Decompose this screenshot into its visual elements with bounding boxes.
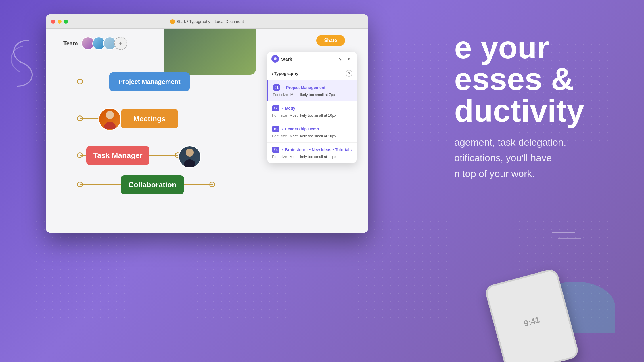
profile-task bbox=[178, 145, 201, 168]
subtext: agement, task delegation, otifications, … bbox=[454, 134, 627, 181]
typo-key-3: Font size bbox=[272, 134, 287, 138]
typo-val-1: Most likely too small at 7px bbox=[290, 93, 335, 97]
typography-item-2[interactable]: #2 › Body Font size Most likely too smal… bbox=[267, 101, 356, 122]
add-avatar-button[interactable]: + bbox=[114, 37, 127, 50]
team-label: Team bbox=[63, 40, 78, 47]
typography-list: #1 › Project Management Font size Most l… bbox=[267, 80, 356, 163]
title-bar: Stark / Typography – Local Document bbox=[46, 14, 368, 29]
typo-num-2: #2 bbox=[272, 105, 279, 111]
typo-val-3: Most likely too small at 10px bbox=[290, 134, 336, 138]
typo-name-2: Body bbox=[285, 106, 295, 111]
deco-lines bbox=[552, 230, 586, 253]
typo-name-1: Project Management bbox=[286, 85, 325, 90]
typography-item-3[interactable]: #3 › Leadership Demo Font size Most like… bbox=[267, 122, 356, 143]
phone-mockup: 9:41 bbox=[494, 276, 569, 362]
typo-num-1: #1 bbox=[273, 84, 280, 91]
swirl-decoration bbox=[6, 34, 40, 92]
mindmap: Project Management Meetings Task Manager… bbox=[63, 60, 264, 221]
typo-name-4: Brainstorm: • New Ideas • Tutorials bbox=[285, 147, 352, 152]
minimize-panel-button[interactable]: ⤡ bbox=[336, 55, 343, 62]
typo-key-4: Font size bbox=[272, 155, 287, 159]
stark-panel-header: ‹ Typography ? bbox=[267, 66, 356, 80]
node-meetings[interactable]: Meetings bbox=[121, 109, 178, 128]
macos-window: Stark / Typography – Local Document Team… bbox=[46, 14, 368, 233]
phone-body: 9:41 bbox=[484, 268, 580, 362]
close-panel-button[interactable]: ✕ bbox=[346, 55, 352, 62]
typo-num-3: #3 bbox=[272, 126, 279, 132]
close-window-button[interactable] bbox=[51, 20, 55, 24]
minimize-window-button[interactable] bbox=[57, 20, 62, 24]
node-task[interactable]: Task Manager bbox=[86, 146, 150, 165]
typography-item-4[interactable]: #4 › Brainstorm: • New Ideas • Tutorials… bbox=[267, 143, 356, 163]
stark-titlebar: Stark ⤡ ✕ bbox=[267, 52, 356, 66]
window-controls bbox=[51, 20, 68, 24]
typo-key-2: Font size bbox=[272, 113, 287, 118]
svg-point-9 bbox=[106, 111, 114, 119]
dot-6 bbox=[209, 182, 215, 187]
share-button[interactable]: Share bbox=[316, 35, 345, 46]
typo-chevron-1: › bbox=[283, 86, 284, 90]
typo-key-1: Font size bbox=[273, 93, 288, 97]
window-title: Stark / Typography – Local Document bbox=[170, 19, 244, 24]
stark-logo-icon bbox=[271, 55, 279, 63]
node-project[interactable]: Project Management bbox=[109, 72, 190, 91]
stark-logo-text: Stark bbox=[281, 57, 292, 61]
dot-1 bbox=[77, 79, 83, 84]
typo-chevron-3: › bbox=[282, 127, 283, 131]
node-collab[interactable]: Collaboration bbox=[121, 175, 184, 194]
dot-3 bbox=[77, 152, 83, 158]
typo-val-4: Most likely too small at 11px bbox=[290, 155, 336, 159]
phone-time: 9:41 bbox=[523, 315, 541, 328]
stark-panel: Stark ⤡ ✕ ‹ Typography ? bbox=[267, 52, 356, 163]
title-icon bbox=[170, 19, 175, 24]
typo-chevron-2: › bbox=[282, 106, 283, 110]
stark-logo-area: Stark bbox=[271, 55, 292, 63]
help-button[interactable]: ? bbox=[346, 70, 352, 77]
svg-point-10 bbox=[104, 122, 116, 129]
stark-controls: ⤡ ✕ bbox=[336, 55, 352, 62]
svg-point-11 bbox=[186, 149, 194, 157]
typo-chevron-4: › bbox=[282, 148, 283, 152]
profile-meetings bbox=[98, 108, 121, 131]
back-button[interactable]: ‹ Typography bbox=[271, 71, 298, 76]
typo-num-4: #4 bbox=[272, 147, 279, 153]
dot-5 bbox=[77, 182, 83, 187]
team-section: Team + bbox=[63, 37, 127, 50]
maximize-window-button[interactable] bbox=[64, 20, 68, 24]
svg-point-12 bbox=[184, 159, 195, 167]
dot-2 bbox=[77, 115, 83, 121]
right-hero-text: e your esses & ductivity agement, task d… bbox=[443, 14, 644, 199]
svg-point-13 bbox=[274, 57, 277, 60]
back-chevron-icon: ‹ bbox=[271, 71, 273, 76]
typo-val-2: Most likely too small at 10px bbox=[290, 113, 336, 118]
typo-name-3: Leadership Demo bbox=[285, 127, 319, 131]
typography-item-1[interactable]: #1 › Project Management Font size Most l… bbox=[267, 80, 356, 101]
headline: e your esses & ductivity bbox=[454, 32, 627, 126]
avatar-group: + bbox=[81, 37, 127, 50]
canvas-area[interactable]: Team + Share bbox=[46, 29, 368, 233]
window-content: Team + Share bbox=[46, 29, 368, 233]
